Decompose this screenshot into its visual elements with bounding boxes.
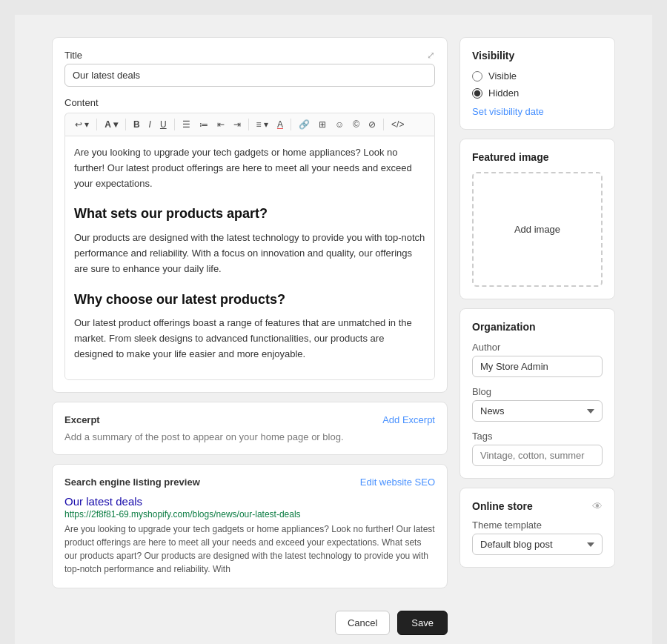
featured-image-dropzone[interactable]: Add image [472, 172, 603, 287]
theme-template-field: Theme template Default blog post Custom … [472, 519, 603, 555]
edit-seo-link[interactable]: Edit website SEO [360, 477, 435, 488]
editor-content-area[interactable]: Are you looking to upgrade your tech gad… [64, 136, 435, 380]
text-color-btn[interactable]: A [273, 118, 287, 131]
editor-paragraph-3: Our latest product offerings boast a ran… [74, 316, 425, 362]
separator3 [174, 119, 175, 130]
separator6 [383, 119, 384, 130]
hidden-label: Hidden [488, 87, 519, 99]
content-label: Content [64, 97, 435, 108]
online-store-header: Online store 👁 [472, 500, 603, 512]
blog-select[interactable]: News Other Blog [472, 400, 603, 422]
editor-heading-2: Why choose our latest products? [74, 289, 425, 311]
expand-icon: ⤢ [427, 50, 435, 61]
hidden-option[interactable]: Hidden [472, 87, 603, 99]
set-visibility-date-link[interactable]: Set visibility date [472, 106, 544, 117]
add-image-button[interactable]: Add image [514, 224, 560, 235]
online-store-title: Online store [472, 500, 533, 512]
editor-heading-3: What are customers saying? [74, 374, 425, 380]
theme-template-label: Theme template [472, 519, 603, 531]
visible-option[interactable]: Visible [472, 70, 603, 82]
author-field: Author [472, 342, 603, 377]
featured-image-card: Featured image Add image [459, 139, 615, 299]
seo-url[interactable]: https://2f8f81-69.myshopify.com/blogs/ne… [64, 509, 435, 519]
tags-field: Tags [472, 431, 603, 466]
add-excerpt-link[interactable]: Add Excerpt [382, 414, 435, 425]
editor-heading-1: What sets our products apart? [74, 203, 425, 225]
right-panel: Visibility Visible Hidden Set visibility… [459, 37, 615, 568]
author-label: Author [472, 342, 603, 353]
italic-btn[interactable]: I [145, 118, 155, 131]
excerpt-label: Excerpt [64, 414, 100, 425]
ordered-list-btn[interactable]: ≔ [196, 118, 212, 131]
editor-content: Are you looking to upgrade your tech gad… [65, 136, 434, 380]
bullet-list-btn[interactable]: ☰ [179, 118, 194, 131]
seo-label: Search engine listing preview [64, 477, 200, 488]
blog-label: Blog [472, 386, 603, 397]
left-panel: Title ⤢ Content ↩ ▾ A ▾ B [52, 37, 448, 638]
special-char-btn[interactable]: © [349, 118, 363, 131]
align-btn[interactable]: ≡ ▾ [253, 118, 272, 131]
save-button[interactable]: Save [397, 611, 448, 635]
author-input[interactable] [472, 356, 603, 377]
separator4 [248, 119, 249, 130]
indent-in-btn[interactable]: ⇥ [230, 118, 245, 131]
seo-title[interactable]: Our latest deals [64, 495, 435, 508]
visibility-title: Visibility [472, 50, 603, 62]
excerpt-card: Excerpt Add Excerpt Add a summary of the… [52, 402, 448, 455]
link-btn[interactable]: 🔗 [295, 118, 313, 131]
tags-input[interactable] [472, 445, 603, 466]
code-btn[interactable]: </> [388, 118, 408, 131]
online-store-card: Online store 👁 Theme template Default bl… [459, 488, 615, 568]
title-card: Title ⤢ Content ↩ ▾ A ▾ B [52, 37, 448, 393]
editor-toolbar: ↩ ▾ A ▾ B I U ☰ ≔ ⇤ ⇥ ≡ ▾ A [64, 113, 435, 136]
history-btn[interactable]: ↩ ▾ [71, 118, 93, 131]
editor-paragraph-1: Are you looking to upgrade your tech gad… [74, 145, 425, 191]
organization-card: Organization Author Blog News Other Blog… [459, 308, 615, 479]
theme-template-select[interactable]: Default blog post Custom template [472, 534, 603, 555]
blog-field: Blog News Other Blog [472, 386, 603, 422]
organization-title: Organization [472, 321, 603, 333]
visible-radio[interactable] [472, 71, 482, 82]
clear-format-btn[interactable]: ⊘ [365, 118, 379, 131]
visible-label: Visible [488, 70, 517, 82]
indent-out-btn[interactable]: ⇤ [213, 118, 228, 131]
editor-paragraph-2: Our products are designed with the lates… [74, 230, 425, 276]
title-label: Title [64, 50, 82, 61]
separator5 [291, 119, 291, 130]
tags-label: Tags [472, 431, 603, 442]
seo-preview-card: Search engine listing preview Edit websi… [52, 464, 448, 588]
separator [96, 119, 97, 130]
excerpt-placeholder: Add a summary of the post to appear on y… [64, 431, 435, 442]
title-input[interactable] [64, 64, 435, 87]
hidden-radio[interactable] [472, 88, 482, 99]
bold-btn[interactable]: B [130, 118, 144, 131]
table-btn[interactable]: ⊞ [315, 118, 330, 131]
footer-bar: Cancel Save [52, 603, 448, 638]
page-wrapper: Title ⤢ Content ↩ ▾ A ▾ B [15, 15, 652, 644]
featured-image-title: Featured image [472, 151, 603, 163]
eye-icon: 👁 [592, 500, 603, 512]
emoji-btn[interactable]: ☺ [331, 118, 348, 131]
cancel-button[interactable]: Cancel [335, 611, 390, 635]
seo-description: Are you looking to upgrade your tech gad… [64, 522, 435, 576]
visibility-card: Visibility Visible Hidden Set visibility… [459, 37, 615, 130]
main-layout: Title ⤢ Content ↩ ▾ A ▾ B [52, 37, 615, 638]
font-size-btn[interactable]: A ▾ [101, 118, 122, 131]
separator2 [125, 119, 126, 130]
visibility-radio-group: Visible Hidden [472, 70, 603, 99]
underline-btn[interactable]: U [156, 118, 170, 131]
